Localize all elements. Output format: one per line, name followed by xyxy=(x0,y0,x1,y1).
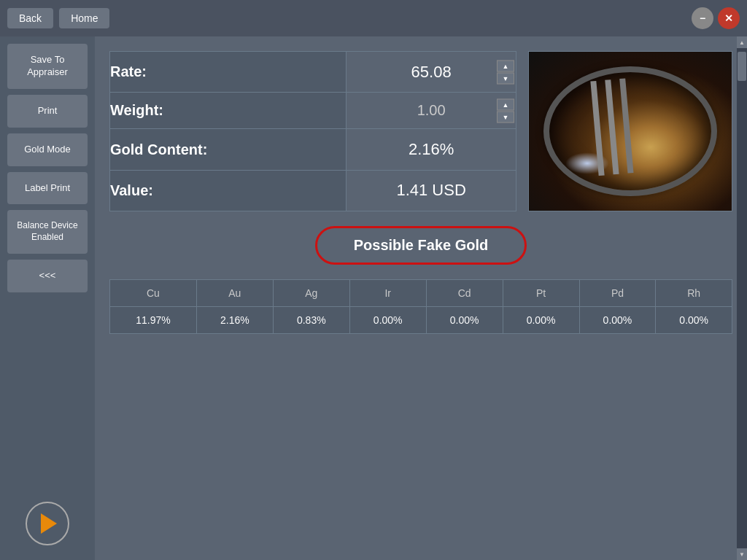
value-label: Value: xyxy=(110,170,347,211)
elements-header-row: CuAuAgIrCdPtPdRh xyxy=(110,280,732,307)
sidebar: Save To Appraiser Print Gold Mode Label … xyxy=(0,36,95,560)
home-button[interactable]: Home xyxy=(59,8,109,28)
close-button[interactable]: ✕ xyxy=(718,7,740,29)
save-to-appraiser-button[interactable]: Save To Appraiser xyxy=(7,44,88,89)
rate-value: 65.08 ▲ ▼ xyxy=(347,52,516,93)
element-value: 11.97% xyxy=(110,307,196,334)
table-row: Rate: 65.08 ▲ ▼ xyxy=(110,52,516,93)
element-value: 0.83% xyxy=(273,307,349,334)
content-area: Rate: 65.08 ▲ ▼ Weight: 1.00 ▲ xyxy=(95,36,747,560)
cam-view xyxy=(529,52,732,211)
table-row: Value: 1.41 USD xyxy=(110,170,516,211)
element-header: Cd xyxy=(426,280,503,307)
minimize-button[interactable]: − xyxy=(692,7,713,29)
label-print-button[interactable]: Label Print xyxy=(7,172,88,205)
weight-up-button[interactable]: ▲ xyxy=(497,98,514,110)
element-header: Rh xyxy=(656,280,732,307)
value-value: 1.41 USD xyxy=(347,170,516,211)
warning-section: Possible Fake Gold xyxy=(109,226,732,265)
element-header: Au xyxy=(196,280,273,307)
scroll-thumb[interactable] xyxy=(738,52,746,81)
gold-mode-button[interactable]: Gold Mode xyxy=(7,133,88,166)
weight-down-button[interactable]: ▼ xyxy=(497,111,514,122)
element-header: Ir xyxy=(349,280,426,307)
window-controls: − ✕ xyxy=(692,7,740,29)
balance-device-button[interactable]: Balance Device Enabled xyxy=(7,210,88,253)
top-bar: Back Home − ✕ xyxy=(0,0,747,36)
scroll-up-arrow[interactable]: ▲ xyxy=(737,36,747,48)
element-header: Pt xyxy=(503,280,579,307)
element-value: 0.00% xyxy=(656,307,732,334)
element-header: Cu xyxy=(110,280,196,307)
scroll-track[interactable] xyxy=(737,48,747,548)
rate-label: Rate: xyxy=(110,52,347,93)
main-layout: Save To Appraiser Print Gold Mode Label … xyxy=(0,36,747,560)
print-button[interactable]: Print xyxy=(7,95,88,128)
element-value: 0.00% xyxy=(579,307,656,334)
light-reflection xyxy=(565,152,609,174)
element-value: 2.16% xyxy=(196,307,273,334)
gold-content-label: Gold Content: xyxy=(110,129,347,170)
table-row: Gold Content: 2.16% xyxy=(110,129,516,170)
element-header: Pd xyxy=(579,280,656,307)
element-value: 0.00% xyxy=(426,307,503,334)
scrollbar[interactable]: ▲ ▼ xyxy=(737,36,747,560)
rate-up-button[interactable]: ▲ xyxy=(497,60,514,71)
table-row: Weight: 1.00 ▲ ▼ xyxy=(110,93,516,129)
weight-label: Weight: xyxy=(110,93,347,129)
camera-image xyxy=(528,51,732,211)
scroll-down-arrow[interactable]: ▼ xyxy=(737,548,747,560)
rate-down-button[interactable]: ▼ xyxy=(497,72,514,84)
weight-spinner[interactable]: ▲ ▼ xyxy=(497,98,514,122)
warning-oval: Possible Fake Gold xyxy=(315,226,527,265)
elements-value-row: 11.97%2.16%0.83%0.00%0.00%0.00%0.00%0.00… xyxy=(110,307,732,334)
gold-content-value: 2.16% xyxy=(347,129,516,170)
element-header: Ag xyxy=(273,280,349,307)
back-button[interactable]: Back xyxy=(7,8,53,28)
play-icon xyxy=(41,513,57,534)
back-nav-button[interactable]: <<< xyxy=(7,260,88,292)
warning-text: Possible Fake Gold xyxy=(354,237,489,253)
data-table: Rate: 65.08 ▲ ▼ Weight: 1.00 ▲ xyxy=(109,51,516,211)
rate-spinner[interactable]: ▲ ▼ xyxy=(497,60,514,84)
element-value: 0.00% xyxy=(349,307,426,334)
elements-table: CuAuAgIrCdPtPdRh 11.97%2.16%0.83%0.00%0.… xyxy=(110,280,732,333)
element-value: 0.00% xyxy=(503,307,579,334)
weight-value: 1.00 ▲ ▼ xyxy=(347,93,516,129)
top-section: Rate: 65.08 ▲ ▼ Weight: 1.00 ▲ xyxy=(109,51,732,211)
elements-section: CuAuAgIrCdPtPdRh 11.97%2.16%0.83%0.00%0.… xyxy=(109,279,732,334)
play-button[interactable] xyxy=(26,502,69,545)
